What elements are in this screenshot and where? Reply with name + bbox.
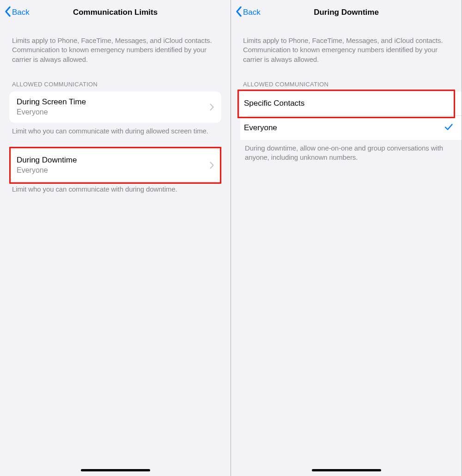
back-label: Back	[12, 8, 30, 17]
row-during-downtime[interactable]: During Downtime Everyone	[9, 150, 221, 181]
navbar: Back Communication Limits	[0, 0, 231, 25]
section-header: ALLOWED COMMUNICATION	[231, 64, 462, 91]
pane-communication-limits: Back Communication Limits Limits apply t…	[0, 0, 231, 476]
checkmark-icon	[444, 122, 453, 133]
options-list: Specific Contacts Everyone	[240, 91, 462, 140]
chevron-right-icon	[210, 103, 214, 111]
content: Limits apply to Phone, FaceTime, Message…	[231, 25, 462, 162]
footer-text: During downtime, allow one-on-one and gr…	[231, 140, 462, 163]
section-header: ALLOWED COMMUNICATION	[0, 64, 231, 91]
chevron-left-icon	[235, 6, 243, 19]
home-indicator[interactable]	[81, 469, 150, 471]
content: Limits apply to Phone, FaceTime, Message…	[0, 25, 231, 194]
navbar: Back During Downtime	[231, 0, 462, 25]
list-group: During Downtime Everyone	[9, 150, 221, 181]
page-title: During Downtime	[237, 8, 456, 17]
chevron-right-icon	[210, 162, 214, 169]
back-label: Back	[243, 8, 261, 17]
chevron-left-icon	[4, 6, 12, 19]
description-text: Limits apply to Phone, FaceTime, Message…	[231, 36, 462, 64]
option-label: Everyone	[244, 123, 444, 133]
pane-during-downtime: Back During Downtime Limits apply to Pho…	[231, 0, 462, 476]
row-subtitle: Everyone	[17, 108, 210, 117]
row-during-screen-time[interactable]: During Screen Time Everyone	[9, 91, 221, 123]
home-indicator[interactable]	[312, 469, 381, 471]
row-title: During Screen Time	[17, 97, 210, 107]
row-subtitle: Everyone	[17, 166, 210, 175]
footer-text: Limit who you can communicate with durin…	[0, 181, 231, 194]
footer-text: Limit who you can communicate with durin…	[0, 123, 231, 136]
list-group: During Screen Time Everyone	[9, 91, 221, 123]
back-button[interactable]: Back	[4, 6, 30, 19]
page-title: Communication Limits	[6, 8, 225, 17]
option-everyone[interactable]: Everyone	[240, 116, 462, 140]
description-text: Limits apply to Phone, FaceTime, Message…	[0, 36, 231, 64]
option-label: Specific Contacts	[244, 98, 453, 108]
row-title: During Downtime	[17, 155, 210, 165]
option-specific-contacts[interactable]: Specific Contacts	[240, 91, 462, 115]
back-button[interactable]: Back	[235, 6, 261, 19]
